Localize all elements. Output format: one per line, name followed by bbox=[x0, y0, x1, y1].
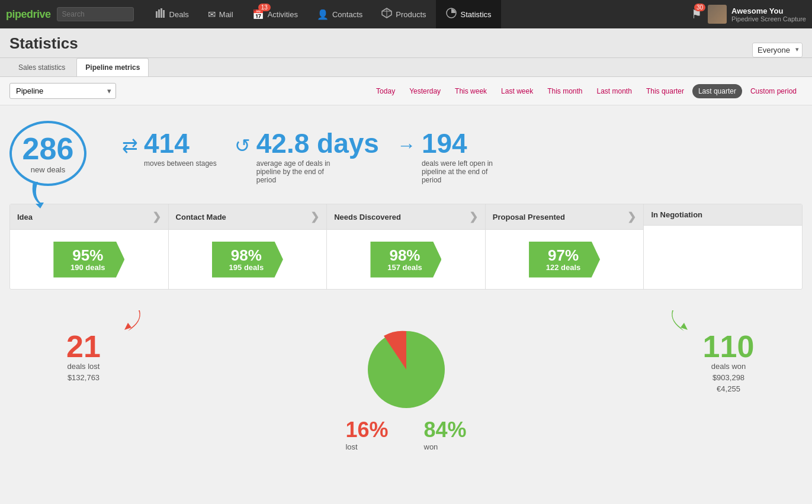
nav-label-contacts: Contacts bbox=[332, 10, 362, 19]
everyone-dropdown[interactable]: Everyone bbox=[752, 43, 803, 57]
flag-count: 30 bbox=[694, 4, 705, 11]
bottom-section: 21 deals lost $132,763 16% lost bbox=[9, 290, 803, 463]
time-filter-thismonth[interactable]: This month bbox=[541, 84, 588, 98]
won-amount1: $903,298 bbox=[712, 373, 744, 382]
stage-arrow-proposal-presented: ❯ bbox=[627, 210, 636, 223]
stage-body-idea: 95% 190 deals bbox=[10, 230, 168, 289]
stage-arrow-needs-discovered: ❯ bbox=[469, 210, 478, 223]
pct-won-container: 84% won bbox=[424, 418, 467, 451]
user-info[interactable]: Awesome You Pipedrive Screen Capture bbox=[708, 5, 806, 24]
stat-circle-container: 286 new deals bbox=[9, 121, 86, 186]
bottom-wrapper: 21 deals lost $132,763 16% lost bbox=[9, 290, 803, 463]
stage-name-contact-made: Contact Made bbox=[176, 213, 226, 221]
nav-item-mail[interactable]: ✉ Mail bbox=[198, 0, 243, 28]
nav-right: ⚑ 30 Awesome You Pipedrive Screen Captur… bbox=[691, 5, 806, 24]
stats-row: 286 new deals ⇄ 414 moves between stages… bbox=[9, 115, 803, 192]
arrow-badge-contact-made: 98% 195 deals bbox=[212, 242, 283, 278]
time-filter-custom[interactable]: Custom period bbox=[744, 84, 803, 98]
time-filter-thisquarter[interactable]: This quarter bbox=[640, 84, 690, 98]
search-input[interactable] bbox=[57, 7, 134, 21]
time-filter-today[interactable]: Today bbox=[370, 84, 401, 98]
stage-contact-made: Contact Made ❯ 98% 195 deals bbox=[169, 204, 328, 289]
stat-new-deals-number: 286 bbox=[23, 133, 74, 164]
everyone-dropdown-wrap[interactable]: Everyone bbox=[752, 43, 803, 57]
stat-avg-age-label: average age of deals in pipeline by the … bbox=[256, 159, 339, 184]
arrow-badge-proposal-presented: 97% 122 deals bbox=[529, 242, 600, 278]
stage-body-in-negotiation bbox=[644, 226, 802, 285]
pipeline-stages: Idea ❯ 95% 190 deals Contact Made ❯ 98% … bbox=[9, 204, 803, 290]
time-filter-thisweek[interactable]: This week bbox=[449, 84, 493, 98]
stage-header-contact-made: Contact Made ❯ bbox=[169, 204, 327, 230]
flag-badge[interactable]: ⚑ 30 bbox=[691, 7, 702, 21]
topnav: pipedrive Deals ✉ Mail 📅 13 Activities 👤… bbox=[0, 0, 812, 28]
nav-label-deals: Deals bbox=[169, 10, 189, 19]
stat-left-open-label: deals were left open in pipeline at the … bbox=[422, 159, 505, 184]
stat-avg-age: ↺ 42.8 days average age of deals in pipe… bbox=[235, 130, 379, 184]
stage-idea: Idea ❯ 95% 190 deals bbox=[10, 204, 169, 289]
main-content: 286 new deals ⇄ 414 moves between stages… bbox=[0, 105, 812, 473]
statistics-icon bbox=[445, 7, 457, 21]
pie-section: 16% lost 84% won bbox=[158, 290, 654, 451]
lost-number: 21 bbox=[66, 331, 101, 362]
stage-deals-contact-made: 195 deals bbox=[229, 263, 264, 272]
svg-rect-2 bbox=[161, 8, 162, 18]
brand-logo[interactable]: pipedrive bbox=[6, 8, 51, 21]
tab-sales-statistics[interactable]: Sales statistics bbox=[9, 58, 74, 76]
pipeline-select[interactable]: Pipeline bbox=[9, 83, 116, 99]
pct-lost-container: 16% lost bbox=[345, 418, 388, 451]
won-number: 110 bbox=[703, 331, 755, 362]
stage-body-proposal-presented: 97% 122 deals bbox=[486, 230, 644, 289]
left-open-icon: → bbox=[397, 134, 416, 156]
stage-pct-idea: 95% bbox=[72, 248, 103, 263]
nav-item-activities[interactable]: 📅 13 Activities bbox=[243, 0, 307, 28]
pipeline-select-wrap[interactable]: Pipeline bbox=[9, 83, 116, 99]
stage-needs-discovered: Needs Discovered ❯ 98% 157 deals bbox=[327, 204, 486, 289]
pct-lost-label: lost bbox=[345, 442, 388, 451]
products-icon bbox=[381, 8, 392, 21]
user-name: Awesome You bbox=[731, 7, 806, 15]
stat-moves-number: 414 bbox=[144, 130, 217, 157]
nav-label-statistics: Statistics bbox=[461, 10, 492, 19]
stat-moves-label: moves between stages bbox=[144, 159, 217, 168]
nav-label-mail: Mail bbox=[219, 10, 233, 19]
nav-item-contacts[interactable]: 👤 Contacts bbox=[307, 0, 372, 28]
tab-pipeline-metrics[interactable]: Pipeline metrics bbox=[76, 58, 149, 76]
stage-deals-needs-discovered: 157 deals bbox=[387, 263, 422, 272]
time-filter-yesterday[interactable]: Yesterday bbox=[403, 84, 447, 98]
stage-deals-proposal-presented: 122 deals bbox=[546, 263, 581, 272]
filter-row: Pipeline Today Yesterday This week Last … bbox=[0, 77, 812, 105]
stat-moves: ⇄ 414 moves between stages bbox=[122, 130, 217, 168]
nav-item-statistics[interactable]: Statistics bbox=[436, 0, 501, 28]
pct-row: 16% lost 84% won bbox=[345, 418, 466, 451]
won-section: 110 deals won $903,298 €4,255 bbox=[654, 290, 803, 405]
nav-item-deals[interactable]: Deals bbox=[146, 0, 198, 28]
won-label: deals won bbox=[711, 362, 746, 371]
stat-left-open-number: 194 bbox=[422, 130, 505, 157]
stage-pct-proposal-presented: 97% bbox=[548, 248, 579, 263]
time-filter-lastquarter[interactable]: Last quarter bbox=[692, 84, 742, 98]
stat-new-deals: 286 new deals bbox=[9, 121, 86, 186]
nav-label-activities: Activities bbox=[268, 10, 298, 19]
arrow-badge-idea: 95% 190 deals bbox=[53, 242, 124, 278]
stage-body-contact-made: 98% 195 deals bbox=[169, 230, 327, 289]
brand-part1: pipe bbox=[6, 8, 27, 20]
stat-avg-age-content: 42.8 days average age of deals in pipeli… bbox=[256, 130, 379, 184]
contacts-icon: 👤 bbox=[317, 9, 329, 20]
lost-section: 21 deals lost $132,763 bbox=[9, 290, 158, 394]
green-arrow-container bbox=[666, 307, 791, 331]
red-arrow-container bbox=[21, 307, 146, 331]
pct-lost: 16% bbox=[345, 418, 388, 442]
time-filter-lastweek[interactable]: Last week bbox=[495, 84, 539, 98]
stage-arrow-idea: ❯ bbox=[152, 210, 161, 223]
stage-name-proposal-presented: Proposal Presented bbox=[493, 213, 565, 221]
avg-age-icon: ↺ bbox=[235, 134, 251, 157]
time-filter-lastmonth[interactable]: Last month bbox=[591, 84, 638, 98]
arrow-badge-needs-discovered: 98% 157 deals bbox=[370, 242, 441, 278]
lost-amount: $132,763 bbox=[68, 373, 100, 382]
mail-icon: ✉ bbox=[208, 9, 216, 20]
nav-item-products[interactable]: Products bbox=[372, 0, 435, 28]
down-arrow-icon bbox=[27, 179, 63, 208]
activities-badge: 13 bbox=[258, 4, 271, 11]
time-filters: Today Yesterday This week Last week This… bbox=[370, 84, 803, 98]
stage-deals-idea: 190 deals bbox=[70, 263, 105, 272]
